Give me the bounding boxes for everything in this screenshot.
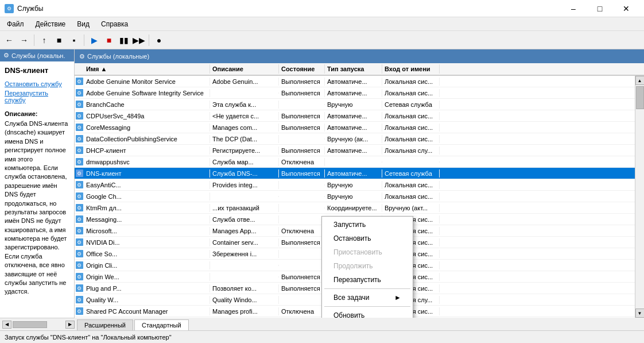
- menu-bar: Файл Действие Вид Справка: [0, 17, 644, 31]
- toolbar-stop[interactable]: ■: [102, 33, 116, 47]
- right-panel: ⚙ Службы (локальные) Имя ▲ Описание Сост…: [75, 49, 644, 318]
- context-menu-item[interactable]: Перезапустить: [322, 273, 413, 287]
- toolbar-show-hide[interactable]: ■: [52, 33, 66, 47]
- col-header-logon[interactable]: Вход от имени: [382, 64, 440, 74]
- cell-status: Выполняется: [279, 89, 325, 97]
- table-row[interactable]: ⚙ BranchCache Эта служба к... Вручную Се…: [75, 99, 635, 110]
- scroll-down-button[interactable]: ▼: [635, 309, 645, 318]
- toolbar-btn3[interactable]: ▪: [67, 33, 81, 47]
- cell-desc: Provides integ...: [210, 181, 279, 189]
- col-header-startup[interactable]: Тип запуска: [325, 64, 382, 74]
- maximize-button[interactable]: □: [587, 0, 613, 17]
- row-icon-cell: ⚙: [75, 78, 84, 85]
- cell-status: Выполняется: [279, 238, 325, 246]
- toolbar-forward[interactable]: →: [17, 33, 31, 47]
- menu-action[interactable]: Действие: [31, 19, 71, 29]
- toolbar-resume[interactable]: ▶▶: [132, 33, 146, 47]
- table-row[interactable]: ⚙ DHCP-клиент Регистрируете... Выполняет…: [75, 145, 635, 156]
- cell-name: Adobe Genuine Software Integrity Service: [84, 89, 210, 97]
- status-bar: Запуск службы "DNS-клиент" на "Локальный…: [0, 330, 644, 343]
- h-scroll-right[interactable]: ▶: [65, 321, 75, 329]
- row-icon-cell: ⚙: [75, 215, 84, 223]
- left-panel-header: ⚙ Службы (локальн.: [0, 49, 74, 61]
- cell-name: Origin We...: [84, 273, 210, 281]
- cell-desc: [210, 265, 279, 266]
- row-icon-cell: ⚙: [75, 273, 84, 280]
- context-menu-item[interactable]: Запустить: [322, 218, 413, 232]
- cell-name: DHCP-клиент: [84, 147, 210, 155]
- left-panel-content: DNS-клиент Остановить службу Перезапусти…: [0, 61, 74, 318]
- service-row-icon: ⚙: [76, 227, 83, 234]
- vertical-scrollbar[interactable]: ▲ ▼: [635, 76, 644, 318]
- cell-startup: Автоматиче...: [325, 78, 382, 86]
- scroll-track[interactable]: [635, 85, 644, 309]
- table-row[interactable]: ⚙ dmwappushsvc Служба мар... Отключена: [75, 156, 635, 168]
- toolbar-sep3: [149, 34, 149, 46]
- table-row[interactable]: ⚙ Google Ch... Вручную Локальная сис...: [75, 191, 635, 202]
- col-header-name[interactable]: Имя ▲: [84, 64, 210, 74]
- col-header-status[interactable]: Состояние: [279, 64, 325, 74]
- table-row[interactable]: ⚙ EasyAntiC... Provides integ... Вручную…: [75, 179, 635, 191]
- cell-status: [279, 253, 325, 255]
- close-button[interactable]: ✕: [613, 0, 639, 17]
- cell-desc: Adobe Genuin...: [210, 78, 279, 86]
- row-icon-cell: ⚙: [75, 227, 84, 234]
- restart-service-link[interactable]: Перезапустить службу: [5, 90, 69, 103]
- scroll-up-button[interactable]: ▲: [635, 76, 645, 85]
- service-links: Остановить службу Перезапустить службу: [5, 80, 69, 103]
- stop-service-link[interactable]: Остановить службу: [5, 80, 69, 87]
- menu-view[interactable]: Вид: [72, 19, 94, 29]
- context-menu-item[interactable]: Остановить: [322, 232, 413, 245]
- tab-стандартный[interactable]: Стандартный: [134, 319, 189, 330]
- toolbar-btn4[interactable]: ▶: [87, 33, 101, 47]
- right-panel-header: ⚙ Службы (локальные): [75, 49, 644, 63]
- table-row[interactable]: ⚙ Adobe Genuine Monitor Service Adobe Ge…: [75, 76, 635, 87]
- row-icon-cell: ⚙: [75, 284, 84, 292]
- cell-status: Выполняется: [279, 273, 325, 281]
- context-item-label: Все задачи: [333, 294, 370, 302]
- cell-name: NVIDIA Di...: [84, 238, 210, 246]
- h-scroll-thumb[interactable]: [13, 321, 47, 328]
- table-row[interactable]: ⚙ Adobe Genuine Software Integrity Servi…: [75, 87, 635, 99]
- tabs-bar: РасширенныйСтандартный: [75, 318, 644, 330]
- row-icon-cell: ⚙: [75, 89, 84, 97]
- context-menu-item[interactable]: Все задачи►: [322, 291, 413, 305]
- h-scroll-track[interactable]: [11, 321, 65, 329]
- col-header-desc[interactable]: Описание: [210, 64, 279, 74]
- cell-desc: Manages com...: [210, 124, 279, 132]
- table-row[interactable]: ⚙ CDPUserSvc_4849a <Не удается с... Выпо…: [75, 110, 635, 122]
- service-row-icon: ⚙: [76, 181, 83, 188]
- row-icon-cell: ⚙: [75, 261, 84, 269]
- table-row[interactable]: ⚙ DNS-клиент Служба DNS-... Выполняется …: [75, 168, 635, 179]
- cell-name: Google Ch...: [84, 192, 210, 201]
- toolbar-properties[interactable]: ●: [152, 33, 166, 47]
- tab-расширенный[interactable]: Расширенный: [77, 319, 133, 330]
- cell-status: [279, 299, 325, 300]
- table-row[interactable]: ⚙ DataCollectionPublishingService The DC…: [75, 133, 635, 145]
- h-scroll-left[interactable]: ◀: [2, 321, 11, 329]
- cell-status: [279, 138, 325, 140]
- cell-desc: Регистрируете...: [210, 147, 279, 155]
- toolbar-up[interactable]: ↑: [37, 33, 51, 47]
- row-icon-cell: ⚙: [75, 147, 84, 154]
- context-menu-item[interactable]: Обновить: [322, 309, 413, 318]
- cell-status: Отключена: [279, 227, 325, 235]
- table-row[interactable]: ⚙ CoreMessaging Manages com... Выполняет…: [75, 122, 635, 133]
- left-scroll-area: ◀ ▶: [0, 318, 75, 330]
- scroll-thumb[interactable]: [636, 86, 644, 109]
- menu-file[interactable]: Файл: [2, 19, 29, 29]
- menu-help[interactable]: Справка: [96, 19, 133, 29]
- toolbar-pause[interactable]: ▮▮: [117, 33, 131, 47]
- service-row-icon: ⚙: [76, 204, 83, 211]
- cell-desc: <Не удается с...: [210, 112, 279, 120]
- toolbar: ← → ↑ ■ ▪ ▶ ■ ▮▮ ▶▶ ●: [0, 31, 644, 49]
- selected-service-name: DNS-клиент: [5, 66, 69, 75]
- cell-startup: Автоматиче...: [325, 89, 382, 97]
- cell-name: DNS-клиент: [84, 169, 210, 178]
- cell-status: Отключена: [279, 307, 325, 315]
- table-row[interactable]: ⚙ KtmRm дл... ...их транзакций Координир…: [75, 202, 635, 214]
- minimize-button[interactable]: –: [560, 0, 587, 17]
- tabs-area: ◀ ▶ РасширенныйСтандартный: [0, 318, 644, 330]
- cell-startup: Вручную (ак...: [325, 135, 382, 143]
- toolbar-back[interactable]: ←: [2, 33, 16, 47]
